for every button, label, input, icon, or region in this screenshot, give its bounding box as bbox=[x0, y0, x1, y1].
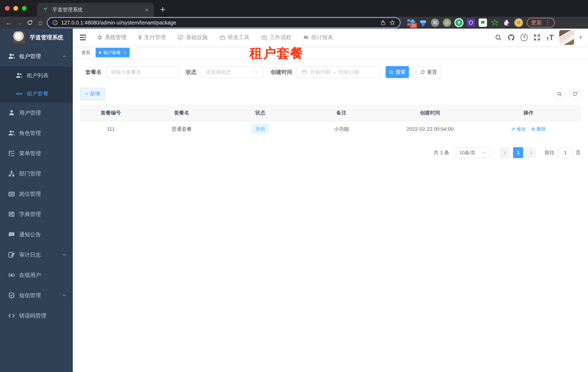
add-button[interactable]: + 新增 bbox=[80, 88, 105, 100]
browser-window: 芋道管理系统 × + ← → ⌂ 127.0.0.1:48080/admin-u… bbox=[0, 0, 588, 372]
recorder-extension-icon[interactable] bbox=[442, 18, 452, 28]
table-header-row: 套餐编号 套餐名 状态 备注 创建时间 操作 bbox=[80, 105, 581, 121]
users-icon bbox=[8, 129, 15, 137]
sidebar-item-post-management[interactable]: 岗位管理 bbox=[0, 184, 73, 204]
admin-app: 芋道管理系统 租户管理 bbox=[0, 29, 588, 372]
dictionary-icon bbox=[8, 211, 15, 218]
browser-tab[interactable]: 芋道管理系统 × bbox=[37, 3, 154, 17]
search-button[interactable]: 搜索 bbox=[386, 66, 409, 78]
tag-home[interactable]: 首页 bbox=[78, 48, 94, 57]
sidebar-item-role-management[interactable]: 角色管理 bbox=[0, 123, 73, 143]
url-text[interactable]: 127.0.0.1:48080/admin-ui/system/tenant/p… bbox=[61, 20, 377, 26]
profile-smiley-icon[interactable] bbox=[514, 18, 524, 28]
caret-down-icon[interactable]: ▾ bbox=[579, 35, 582, 40]
star-extension-icon[interactable] bbox=[490, 18, 500, 28]
reload-icon[interactable] bbox=[25, 18, 35, 28]
font-size-icon[interactable]: TT bbox=[546, 34, 554, 41]
cell-actions: 修改 删除 bbox=[476, 126, 581, 132]
nav-item-infrastructure[interactable]: 基础设施 bbox=[178, 34, 208, 41]
tab-manager-extension-icon[interactable]: 10 bbox=[406, 18, 416, 28]
sidebar-logo[interactable]: 芋道管理系统 bbox=[0, 29, 73, 46]
prev-page-button[interactable] bbox=[500, 147, 510, 158]
next-page-button[interactable] bbox=[526, 147, 536, 158]
shield-check-icon bbox=[8, 292, 15, 299]
window-close-button[interactable] bbox=[5, 6, 10, 11]
gem-extension-icon[interactable] bbox=[418, 18, 428, 28]
monitor-check-icon bbox=[178, 34, 184, 41]
nav-item-system[interactable]: 系统管理 bbox=[96, 34, 126, 41]
command-glyph: ⌘ bbox=[433, 20, 437, 26]
show-search-toggle-button[interactable] bbox=[554, 88, 565, 100]
reset-button[interactable]: 重置 bbox=[416, 66, 441, 78]
sidebar-item-tenant-list[interactable]: 租户列表 bbox=[0, 66, 73, 85]
share-icon[interactable] bbox=[380, 20, 386, 26]
sidebar-item-notice[interactable]: 通知公告 bbox=[0, 224, 73, 245]
tag-label: 租户套餐 bbox=[103, 50, 121, 55]
tag-close-icon[interactable]: × bbox=[124, 50, 126, 55]
fullscreen-icon[interactable] bbox=[533, 34, 541, 41]
delete-link[interactable]: 删除 bbox=[531, 126, 546, 132]
tag-tenant-package[interactable]: 租户套餐 × bbox=[95, 48, 130, 57]
nav-item-workflow[interactable]: 工作流程 bbox=[261, 34, 291, 41]
calendar-icon bbox=[301, 69, 307, 75]
package-name-input[interactable] bbox=[106, 66, 180, 78]
nav-item-payment[interactable]: ¥ 支付管理 bbox=[138, 34, 166, 41]
sidebar-item-online-users[interactable]: 在线用户 bbox=[0, 265, 73, 285]
home-icon[interactable]: ⌂ bbox=[35, 18, 46, 28]
sidebar-item-dict-management[interactable]: 字典管理 bbox=[0, 204, 73, 224]
y-extension-icon[interactable]: Y bbox=[454, 18, 464, 28]
start-date-placeholder[interactable]: 开始日期 bbox=[310, 69, 330, 75]
sidebar-item-tenant-package[interactable]: 租户套餐 bbox=[0, 85, 73, 103]
status-placeholder: 请选择状态 bbox=[206, 69, 231, 75]
window-minimize-button[interactable] bbox=[13, 6, 18, 11]
search-icon[interactable] bbox=[494, 34, 502, 41]
end-date-placeholder[interactable]: 结束日期 bbox=[338, 69, 359, 75]
puzzle-extensions-menu-icon[interactable] bbox=[502, 18, 512, 28]
forward-icon[interactable]: → bbox=[14, 18, 25, 28]
trash-icon bbox=[531, 127, 536, 131]
chrome-update-button[interactable]: 更新 ⋮ bbox=[527, 18, 555, 28]
sidebar-item-error-code[interactable]: 错误码管理 bbox=[0, 306, 73, 326]
user-avatar[interactable] bbox=[559, 30, 574, 45]
browser-menu-icon[interactable]: ⋮ bbox=[545, 19, 551, 26]
col-header-created: 创建时间 bbox=[384, 109, 476, 116]
shield-extension-icon[interactable] bbox=[466, 18, 476, 28]
sidebar-item-menu-management[interactable]: 菜单管理 bbox=[0, 143, 73, 164]
new-tab-button[interactable]: + bbox=[160, 3, 166, 16]
command-extension-icon[interactable]: ⌘ bbox=[430, 18, 440, 28]
tab-close-icon[interactable]: × bbox=[145, 7, 148, 13]
site-info-icon[interactable] bbox=[52, 20, 58, 26]
help-icon[interactable]: ? bbox=[520, 34, 528, 41]
window-zoom-button[interactable] bbox=[22, 6, 27, 11]
sidebar-item-audit-log[interactable]: 审计日志 bbox=[0, 245, 73, 265]
nav-label: 统计报表 bbox=[311, 34, 333, 41]
nav-item-reports[interactable]: 统计报表 bbox=[303, 34, 333, 41]
status-select[interactable]: 请选择状态 bbox=[201, 66, 263, 78]
bookmark-star-icon[interactable] bbox=[389, 20, 395, 26]
gear-icon bbox=[96, 34, 103, 41]
page-size-select[interactable]: 10条/页 bbox=[456, 147, 490, 158]
github-icon[interactable] bbox=[507, 34, 515, 41]
chat-extension-icon[interactable] bbox=[478, 18, 488, 28]
sidebar-collapse-icon[interactable] bbox=[79, 33, 87, 42]
sidebar-item-tenant-management[interactable]: 租户管理 bbox=[0, 46, 73, 66]
filter-form: 套餐名 状态 请选择状态 创建时间 开始日期 - 结束日期 bbox=[85, 66, 581, 78]
gray-square bbox=[407, 23, 410, 26]
org-chart-icon bbox=[8, 170, 15, 177]
sidebar-item-department-management[interactable]: 部门管理 bbox=[0, 164, 73, 184]
date-range-picker[interactable]: 开始日期 - 结束日期 bbox=[297, 66, 381, 78]
nav-item-dev-tools[interactable]: 研发工具 bbox=[219, 34, 250, 41]
edit-link[interactable]: 修改 bbox=[511, 126, 526, 132]
refresh-table-button[interactable] bbox=[569, 88, 581, 100]
search-label: 搜索 bbox=[396, 69, 406, 75]
page-number-button[interactable]: 1 bbox=[513, 147, 523, 158]
log-edit-icon bbox=[8, 251, 15, 258]
nav-label: 研发工具 bbox=[228, 34, 250, 41]
url-bar[interactable]: 127.0.0.1:48080/admin-ui/system/tenant/p… bbox=[48, 18, 400, 27]
sidebar-item-sms-management[interactable]: 短信管理 bbox=[0, 285, 73, 306]
back-icon[interactable]: ← bbox=[4, 18, 14, 28]
goto-page-input[interactable] bbox=[557, 147, 573, 158]
plant-favicon bbox=[42, 7, 48, 13]
chevron-down-icon bbox=[62, 293, 67, 298]
sidebar-item-user-management[interactable]: 用户管理 bbox=[0, 103, 73, 123]
